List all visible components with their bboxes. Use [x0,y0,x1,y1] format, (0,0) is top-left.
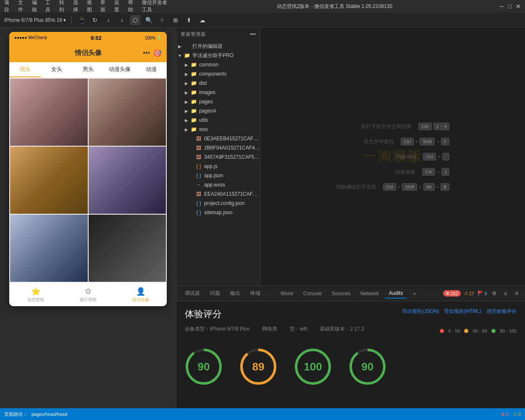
tree-wxs[interactable]: ▶ 📁 wxs [176,125,260,134]
tree-label-pagesA: pagesA [199,108,260,114]
toolbar-upload-icon[interactable]: ⬆ [184,15,194,25]
photo-item-3[interactable] [10,147,88,214]
debug-subtab-console[interactable]: Console [299,289,326,298]
menu-edit[interactable]: 编辑 [32,0,40,13]
tree-dist[interactable]: ▶ 📁 dist [176,79,260,88]
export-json-button[interactable]: 导出报告(JSON) [402,308,439,315]
tree-project[interactable]: ▼ 📁 学法减分助手PRO [176,51,260,60]
tree-label-utils: utils [199,117,260,123]
toolbar-phone-icon[interactable]: 📱 [76,15,87,25]
tree-file-eea2[interactable]: 🖼 EEA240A115271CAF88... [176,189,260,199]
phone-more-icon[interactable]: ••• [143,49,150,57]
debug-close-icon[interactable]: ✕ [513,289,521,297]
explorer-more-icon[interactable]: ••• [250,31,256,37]
key-19: 1 ~ 9 [433,123,450,130]
toolbar-back-icon[interactable]: ‹ [103,15,113,25]
close-button[interactable]: ✕ [516,3,521,10]
clear-audits-button[interactable]: 清空体验评分 [486,308,517,315]
debug-subtab-network[interactable]: Network [356,289,383,298]
folder-icon-utils: 📁 [190,116,197,124]
tree-file-2b6f[interactable]: 🖼 2B6F04A015271CAF4D... [176,143,260,152]
tree-components[interactable]: ▶ 📁 components [176,69,260,79]
tree-pagesA[interactable]: ▶ 📁 pagesA [176,106,260,116]
debug-subtab-more[interactable]: » [409,289,420,298]
phone-photo-grid [9,78,167,283]
debug-settings-icon[interactable]: ⚙ [490,289,499,297]
menu-wechat[interactable]: 微信开发者工具 [142,0,170,13]
tree-file-appjs[interactable]: { } app.js [176,162,260,171]
menu-help[interactable]: 帮助 [128,0,136,13]
phone-nav-couple[interactable]: 👤 情侣头像 [114,287,167,303]
tree-images[interactable]: ▶ 📁 images [176,88,260,97]
tree-common[interactable]: ▶ 📁 common [176,60,260,69]
debug-subtab-sources[interactable]: Sources [328,289,354,298]
debug-tab-terminal[interactable]: 终端 [246,288,265,299]
phone-tab-qingtou[interactable]: 情头 [9,62,41,77]
tree-file-projectconfig[interactable]: { } project.config.json [176,199,260,208]
photo-item-4[interactable] [89,147,166,214]
tree-pages[interactable]: ▶ 📁 pages [176,97,260,106]
tree-utils[interactable]: ▶ 📁 utils [176,116,260,125]
key-plus-6: + [419,184,421,189]
photo-item-6[interactable] [89,215,166,282]
debug-subtab-wxml[interactable]: Wxml [276,289,297,298]
titlebar: 项目 文件 编辑 工具 转到 选择 视图 界面 设置 帮助 微信开发者工具 动态… [0,0,525,13]
audits-version: 基础库版本：2.17.3 [320,326,364,333]
phone-app-header: 情侣头像 ••• 🎯 [9,44,167,62]
phone-tab-nvtou[interactable]: 女头 [41,62,72,77]
debug-subtab-audits[interactable]: Audits [385,289,407,299]
tree-file-appjson[interactable]: { } app.json [176,171,260,180]
menu-view[interactable]: 视图 [87,0,95,13]
tree-file-0e3a[interactable]: 🖼 0E3AEEB415271CAF68... [176,134,260,143]
phone-tab-dongman2[interactable]: 动漫 [135,62,167,77]
phone-tab-dongman[interactable]: 动漫头像 [104,62,135,77]
toolbar-compile-icon[interactable]: ⬡ [130,15,140,25]
menu-tools[interactable]: 工具 [45,0,53,13]
menu-interface[interactable]: 界面 [100,0,108,13]
tree-file-sitemap[interactable]: { } sitemap.json [176,208,260,217]
phone-nav-gallery[interactable]: ⚙ 图片壁纸 [62,287,114,303]
menu-select[interactable]: 选择 [73,0,81,13]
tree-label-3457: 3457A9F315271CAF52... [204,154,260,160]
tree-label-editors: 打开的编辑器 [192,43,260,50]
phone-camera-icon[interactable]: 🎯 [153,49,162,57]
phone-nav-couple-icon: 👤 [136,287,145,296]
photo-item-5[interactable] [10,215,88,282]
toolbar-refresh-icon[interactable]: ↻ [90,15,100,25]
explorer-header-icons: ••• [250,31,256,37]
device-selector[interactable]: iPhone 6/7/8 Plus 85% 16 ▾ [4,17,66,23]
debug-panel: 调试器 问题 输出 终端 Wxml Console Sources Networ… [176,286,525,420]
toolbar-grid-icon[interactable]: ⊞ [171,15,181,25]
shortcut-keys-find: Ctrl + Shift + F [401,138,450,145]
photo-item-2[interactable] [89,79,166,146]
toolbar-search-icon[interactable]: 🔍 [144,15,154,25]
menu-settings[interactable]: 设置 [114,0,122,13]
phone-nav-wallpaper[interactable]: ⭐ 动态壁纸 [9,287,62,303]
photo-item-1[interactable] [10,79,88,146]
score-circle-display-2: 89 [239,348,277,386]
debug-tab-output[interactable]: 输出 [226,288,244,299]
tree-file-3457[interactable]: 🖼 3457A9F315271CAF52... [176,152,260,162]
score-value-3: 100 [304,360,322,373]
export-html-button[interactable]: 导出报告(HTML) [444,308,481,315]
debug-tab-debugger[interactable]: 调试器 [181,288,204,299]
status-path-label: 页面路径： [4,411,27,417]
file-icon-sitemap: { } [195,209,202,216]
minimize-button[interactable]: ─ [500,3,504,10]
debug-collapse-icon[interactable]: ∧ [502,289,509,297]
menu-project[interactable]: 项目 [4,0,12,13]
phone-tab-nantou[interactable]: 男头 [72,62,104,77]
tree-file-appwxss[interactable]: ~ app.wxss [176,180,260,189]
toolbar-branch-icon[interactable]: ⑂ [157,15,167,25]
key-shift-1: Shift [420,138,435,145]
toolbar-separator [71,16,71,24]
menu-file[interactable]: 文件 [18,0,26,13]
debug-tab-issues[interactable]: 问题 [206,288,224,299]
tree-open-editors[interactable]: ▶ 打开的编辑器 [176,42,260,51]
maximize-button[interactable]: □ [508,3,512,10]
menu-goto[interactable]: 转到 [59,0,67,13]
key-backtick: ` [442,153,450,160]
legend-dot-red [440,329,444,333]
toolbar-forward-icon[interactable]: › [117,15,127,25]
toolbar-cloud-icon[interactable]: ☁ [197,15,207,25]
